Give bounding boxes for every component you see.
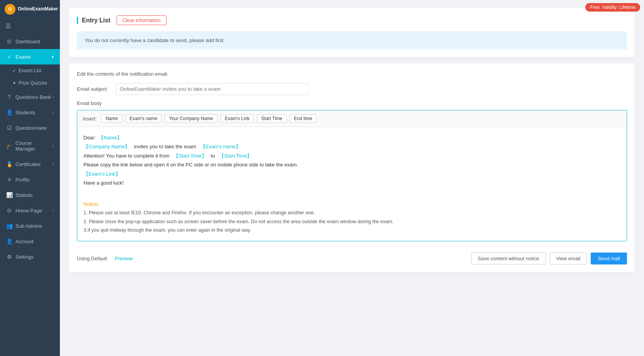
sidebar-label-students: Students: [15, 110, 35, 115]
prize-quizzes-icon: ✦: [12, 80, 16, 86]
sidebar: O OnlineExamMaker ☰ ⊙ Dashboard ✓ Exams …: [0, 0, 60, 356]
footer-left: Using Default Preview: [77, 256, 471, 261]
footer-bar: Using Default Preview Save content witho…: [77, 247, 627, 264]
company-name-variable: 【Company Name】: [83, 144, 130, 149]
logo-text: OnlineExamMaker: [18, 6, 58, 12]
chevron-right-icon: ›: [53, 95, 54, 99]
sidebar-item-prize-quizzes[interactable]: ✦ Prize Quizzes: [0, 77, 60, 89]
start-time-variable-1: 【Start Time】: [173, 153, 206, 159]
send-mail-button[interactable]: Send mail: [591, 253, 627, 264]
body-label: Email body: [77, 100, 627, 106]
sidebar-item-settings[interactable]: ⚙ Settings: [0, 249, 60, 264]
sidebar-label-course-manager: Course Manager: [15, 140, 53, 152]
exam-link-variable: 【Exam's Link】: [83, 171, 121, 177]
sidebar-item-students[interactable]: 👤 Students ›: [0, 105, 60, 120]
sidebar-label-home-page: Home Page: [15, 208, 42, 214]
clear-information-button[interactable]: Clear information: [117, 15, 167, 25]
sidebar-item-dashboard[interactable]: ⊙ Dashboard: [0, 34, 60, 49]
chevron-right-icon5: ›: [53, 209, 54, 213]
sidebar-item-home-page[interactable]: ⊙ Home Page ›: [0, 203, 60, 218]
insert-bar: Insert: Name Exam's name Your Company Na…: [77, 110, 627, 127]
insert-exam-link-button[interactable]: Exam's Link: [221, 114, 254, 123]
chevron-right-icon2: ›: [53, 110, 54, 115]
sidebar-label-prize-quizzes: Prize Quizzes: [19, 80, 47, 86]
insert-name-button[interactable]: Name: [101, 114, 122, 123]
subject-row: Email subject: [77, 83, 627, 95]
sidebar-label-questionnaire: Questionnaire: [15, 125, 47, 131]
sidebar-item-exams-list[interactable]: ✓ Exams List: [0, 64, 60, 77]
sidebar-item-account[interactable]: 👤 Account: [0, 234, 60, 249]
notice-item-3: 3.If you quit midway through the exam, y…: [83, 226, 620, 235]
profits-icon: ≡: [6, 176, 12, 183]
notice-label: Notice:: [83, 200, 620, 209]
subject-input[interactable]: [116, 83, 309, 95]
sidebar-label-sub-admins: Sub Admins: [15, 223, 42, 229]
insert-exams-name-button[interactable]: Exam's name: [125, 114, 161, 123]
sidebar-logo: O OnlineExamMaker: [0, 0, 60, 19]
sidebar-item-profits[interactable]: ≡ Profits: [0, 172, 60, 187]
sidebar-label-exams: Exams: [15, 54, 31, 60]
save-without-notice-button[interactable]: Save content without notice: [471, 253, 546, 264]
sidebar-label-profits: Profits: [15, 177, 30, 183]
questionnaire-icon: ☑: [6, 125, 12, 131]
statistic-icon: 📊: [6, 192, 12, 198]
questions-icon: ?: [6, 94, 12, 100]
view-email-button[interactable]: View email: [550, 253, 587, 264]
sidebar-item-questions-bank[interactable]: ? Questions Bank ›: [0, 89, 60, 105]
no-candidate-message: You do not currently have a candidate to…: [77, 31, 627, 49]
insert-start-time-button[interactable]: Start Time: [257, 114, 287, 123]
entry-header: Entry List Clear information: [77, 15, 627, 25]
notice-item-2: 2. Please close the pop-up application s…: [83, 217, 620, 226]
footer-right: Save content without notice View email S…: [471, 253, 627, 264]
sidebar-label-settings: Settings: [15, 254, 34, 260]
entry-list-section: Entry List Clear information You do not …: [69, 8, 635, 57]
body-good-luck-line: Have a good luck!: [83, 178, 620, 187]
using-default-link[interactable]: Using Default: [77, 256, 107, 261]
body-dear-line: Dear: 【Name】: [83, 133, 620, 142]
preview-link[interactable]: Preview: [115, 256, 133, 261]
sidebar-item-questionnaire[interactable]: ☑ Questionnaire: [0, 120, 60, 136]
body-exam-link-line: 【Exam's Link】: [83, 170, 620, 178]
exams-list-icon: ✓: [12, 68, 16, 73]
settings-icon: ⚙: [6, 254, 12, 260]
body-attention-line: Attention! You have to complete it from …: [83, 151, 620, 160]
dear-text: Dear:: [83, 135, 96, 141]
sidebar-item-statistic[interactable]: 📊 Statistic: [0, 187, 60, 203]
logo-icon: O: [5, 4, 15, 15]
body-copy-link-line: Please copy the link below and open it o…: [83, 160, 620, 169]
dashboard-icon: ⊙: [6, 38, 12, 44]
home-page-icon: ⊙: [6, 207, 12, 214]
sidebar-item-sub-admins[interactable]: 👥 Sub Admins: [0, 218, 60, 234]
sidebar-label-dashboard: Dashboard: [15, 39, 40, 44]
chevron-down-icon: ▾: [52, 55, 54, 59]
sidebar-item-exams[interactable]: ✓ Exams ▾: [0, 49, 60, 64]
insert-end-time-button[interactable]: End time: [290, 114, 316, 123]
subject-label: Email subject: [77, 86, 116, 92]
section-description: Edit the contents of the notification em…: [77, 71, 627, 77]
email-edit-section: Edit the contents of the notification em…: [69, 63, 635, 272]
chevron-right-icon4: ›: [53, 162, 54, 166]
entry-list-title: Entry List: [77, 17, 110, 24]
course-manager-icon: 🎓: [6, 143, 12, 149]
email-body-content[interactable]: Dear: 【Name】 【Company Name】 invites you …: [77, 127, 627, 241]
certificates-icon: 🏅: [6, 161, 12, 167]
body-company-line: 【Company Name】 invites you to take the e…: [83, 142, 620, 151]
sidebar-label-account: Account: [15, 239, 34, 244]
exams-icon: ✓: [6, 54, 12, 60]
insert-company-name-button[interactable]: Your Company Name: [165, 114, 217, 123]
name-variable: 【Name】: [99, 135, 122, 141]
main-content: Entry List Clear information You do not …: [60, 0, 644, 356]
sidebar-item-certificates[interactable]: 🏅 Certificates ›: [0, 156, 60, 172]
sub-admins-icon: 👥: [6, 223, 12, 229]
email-body-editor: Insert: Name Exam's name Your Company Na…: [77, 110, 627, 241]
account-icon: 👤: [6, 238, 12, 244]
chevron-right-icon3: ›: [53, 144, 54, 148]
sidebar-label-certificates: Certificates: [15, 161, 41, 167]
sidebar-label-questions-bank: Questions Bank: [15, 94, 51, 100]
sidebar-item-course-manager[interactable]: 🎓 Course Manager ›: [0, 136, 60, 156]
insert-label: Insert:: [83, 116, 97, 122]
sidebar-label-exams-list: Exams List: [19, 68, 41, 73]
notice-item-1: 1. Please use at least IE10, Chrome and …: [83, 209, 620, 217]
hamburger-icon[interactable]: ☰: [0, 19, 60, 34]
plan-badge: Free, Validity: Lifetime: [585, 3, 640, 12]
